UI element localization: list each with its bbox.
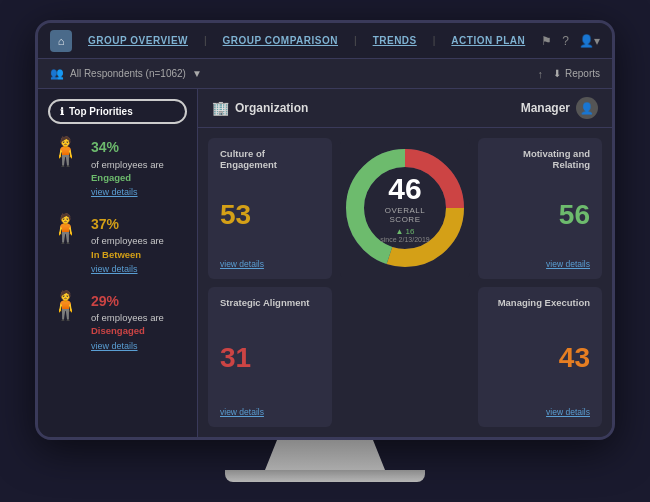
- managing-score: 43: [490, 344, 590, 372]
- monitor-stand: [265, 440, 385, 470]
- change-arrow-icon: ▲: [396, 227, 404, 236]
- inbetween-view-details[interactable]: view details: [91, 263, 164, 276]
- nav-sep-1: |: [204, 35, 207, 46]
- nav-item-action-plan[interactable]: ACTION PLAN: [451, 35, 525, 46]
- overall-date: since 2/13/2019: [373, 236, 438, 243]
- inbetween-percent: 37%: [91, 216, 119, 232]
- main-content: ℹ Top Priorities 🧍 34% of employees are …: [38, 89, 612, 437]
- disengaged-description: of employees are: [91, 312, 164, 323]
- org-title: 🏢 Organization: [212, 100, 308, 116]
- culture-view-details[interactable]: view details: [220, 259, 320, 269]
- filter-left: 👥 All Respondents (n=1062) ▼: [50, 67, 202, 80]
- top-priorities-label: Top Priorities: [69, 106, 133, 117]
- inbetween-status: In Between: [91, 249, 141, 260]
- motivating-view-details[interactable]: view details: [490, 259, 590, 269]
- dropdown-arrow-icon[interactable]: ▼: [192, 68, 202, 79]
- metric-card-strategic: Strategic Alignment 31 view details: [208, 287, 332, 428]
- overall-label: OVERALL SCORE: [373, 206, 438, 224]
- left-sidebar: ℹ Top Priorities 🧍 34% of employees are …: [38, 89, 198, 437]
- overall-score: 46: [373, 174, 438, 204]
- engaged-status: Engaged: [91, 172, 131, 183]
- home-button[interactable]: ⌂: [50, 30, 72, 52]
- nav-items: GROUP OVERVIEW | GROUP COMPARISON | TREN…: [88, 35, 525, 46]
- nav-sep-3: |: [433, 35, 436, 46]
- donut-center: 46 OVERALL SCORE ▲ 16 since 2/13/2019: [373, 174, 438, 243]
- donut-chart: 46 OVERALL SCORE ▲ 16 since 2/13/2019: [340, 143, 470, 273]
- filter-label: All Respondents (n=1062): [70, 68, 186, 79]
- share-icon[interactable]: ↑: [537, 68, 543, 80]
- nav-sep-2: |: [354, 35, 357, 46]
- help-icon[interactable]: ?: [562, 34, 569, 48]
- engaged-text: 34% of employees are Engaged view detail…: [91, 138, 164, 199]
- metric-card-managing: Managing Execution 43 view details: [478, 287, 602, 428]
- managing-view-details[interactable]: view details: [490, 407, 590, 417]
- priority-item-engaged: 🧍 34% of employees are Engaged view deta…: [48, 138, 187, 199]
- engaged-description: of employees are: [91, 159, 164, 170]
- flag-icon[interactable]: ⚑: [541, 34, 552, 48]
- disengaged-percent: 29%: [91, 293, 119, 309]
- disengaged-text: 29% of employees are Disengaged view det…: [91, 292, 164, 353]
- priority-item-disengaged: 🧍 29% of employees are Disengaged view d…: [48, 292, 187, 353]
- right-content: 🏢 Organization Manager 👤 Culture of Enga…: [198, 89, 612, 437]
- motivating-label: Motivating and Relating: [490, 148, 590, 170]
- dashboard-grid: Culture of Engagement 53 view details: [198, 128, 612, 437]
- overall-change: ▲ 16: [373, 227, 438, 236]
- metric-card-culture: Culture of Engagement 53 view details: [208, 138, 332, 279]
- nav-icons: ⚑ ? 👤▾: [541, 34, 600, 48]
- reports-button[interactable]: ⬇ Reports: [553, 68, 600, 79]
- disengaged-status: Disengaged: [91, 325, 145, 336]
- strategic-score: 31: [220, 344, 320, 372]
- engaged-view-details[interactable]: view details: [91, 186, 164, 199]
- building-icon: 🏢: [212, 100, 229, 116]
- nav-bar: ⌂ GROUP OVERVIEW | GROUP COMPARISON | TR…: [38, 23, 612, 59]
- donut-card: 46 OVERALL SCORE ▲ 16 since 2/13/2019: [340, 138, 470, 279]
- manager-avatar: 👤: [576, 97, 598, 119]
- nav-item-trends[interactable]: TRENDS: [373, 35, 417, 46]
- strategic-label: Strategic Alignment: [220, 297, 320, 308]
- inbetween-text: 37% of employees are In Between view det…: [91, 215, 164, 276]
- top-priorities-button[interactable]: ℹ Top Priorities: [48, 99, 187, 124]
- reports-label: Reports: [565, 68, 600, 79]
- filter-bar: 👥 All Respondents (n=1062) ▼ ↑ ⬇ Reports: [38, 59, 612, 89]
- engaged-person-icon: 🧍: [48, 138, 83, 166]
- overall-change-num: 16: [406, 227, 415, 236]
- culture-score: 53: [220, 201, 320, 229]
- monitor-base: [225, 470, 425, 482]
- engaged-percent: 34%: [91, 139, 119, 155]
- nav-item-group-overview[interactable]: GROUP OVERVIEW: [88, 35, 188, 46]
- priority-item-inbetween: 🧍 37% of employees are In Between view d…: [48, 215, 187, 276]
- motivating-score: 56: [490, 201, 590, 229]
- manager-label: Manager: [521, 101, 570, 115]
- center-bottom-spacer: [340, 287, 470, 428]
- disengaged-person-icon: 🧍: [48, 292, 83, 320]
- inbetween-person-icon: 🧍: [48, 215, 83, 243]
- culture-label: Culture of Engagement: [220, 148, 320, 170]
- disengaged-view-details[interactable]: view details: [91, 340, 164, 353]
- org-label: Organization: [235, 101, 308, 115]
- metric-card-motivating: Motivating and Relating 56 view details: [478, 138, 602, 279]
- manager-section: Manager 👤: [521, 97, 598, 119]
- dashboard-header: 🏢 Organization Manager 👤: [198, 89, 612, 128]
- filter-right: ↑ ⬇ Reports: [537, 68, 600, 80]
- user-menu-icon[interactable]: 👤▾: [579, 34, 600, 48]
- managing-label: Managing Execution: [490, 297, 590, 308]
- info-icon: ℹ: [60, 106, 64, 117]
- respondents-icon: 👥: [50, 67, 64, 80]
- strategic-view-details[interactable]: view details: [220, 407, 320, 417]
- download-icon: ⬇: [553, 68, 561, 79]
- inbetween-description: of employees are: [91, 235, 164, 246]
- nav-item-group-comparison[interactable]: GROUP COMPARISON: [223, 35, 338, 46]
